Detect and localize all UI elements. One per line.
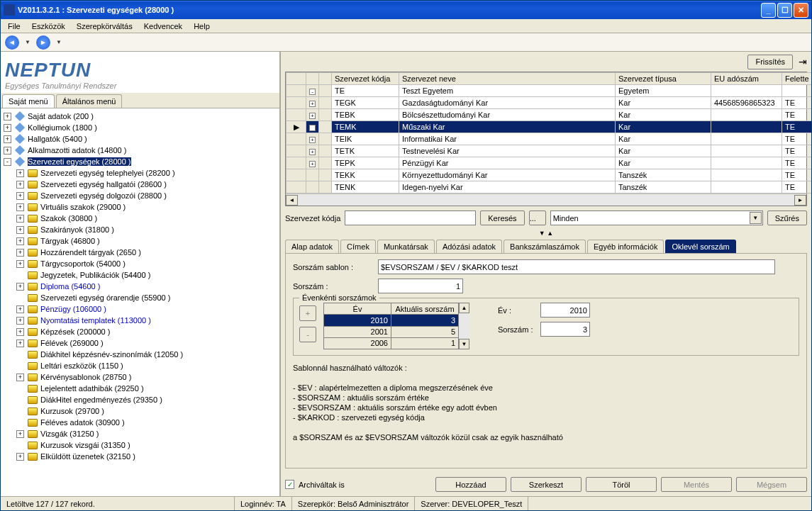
year-row[interactable]: 20015: [324, 326, 459, 337]
tree-item[interactable]: +Szervezeti egység dolgozói (28800 ): [2, 190, 278, 201]
expand-icon[interactable]: -: [4, 158, 11, 166]
table-row[interactable]: +TEBKBölcsészettudományi KarKarTE: [287, 109, 812, 121]
tab-general-menu[interactable]: Általános menü: [56, 94, 123, 108]
scroll-down-icon[interactable]: ▼: [459, 339, 469, 349]
search-code-input[interactable]: [345, 210, 476, 225]
pin-icon[interactable]: ⇥: [799, 56, 807, 67]
year-row[interactable]: 20103: [324, 315, 459, 326]
year-grid-scroll[interactable]: ▲ ▼: [459, 303, 469, 349]
nav-back-button[interactable]: ◄: [5, 35, 19, 50]
add-button[interactable]: Hozzáad: [435, 477, 506, 492]
detail-tab[interactable]: Oklevél sorszám: [665, 240, 735, 253]
table-row[interactable]: +TEGKGazdaságtudományi KarKar44568596865…: [287, 97, 812, 109]
menu-help[interactable]: Help: [188, 21, 216, 32]
tree-item[interactable]: +Kollégiumok (1800 ): [2, 122, 278, 133]
tree-item[interactable]: +Szervezeti egység hallgatói (28600 ): [2, 179, 278, 190]
scroll-up-icon[interactable]: ▲: [459, 303, 469, 313]
expand-icon[interactable]: +: [16, 226, 24, 234]
tree-item[interactable]: Kurzusok vizsgái (31350 ): [2, 439, 278, 451]
tree-item[interactable]: +Virtuális szakok (29000 ): [2, 201, 278, 213]
minimize-button[interactable]: _: [761, 3, 776, 18]
expand-icon[interactable]: +: [16, 181, 24, 189]
tree-item[interactable]: +Diploma (54600 ): [2, 281, 278, 292]
tree-item[interactable]: Kurzusok (29700 ): [2, 405, 278, 417]
table-row[interactable]: -TETeszt EgyetemEgyetem: [287, 85, 812, 97]
close-button[interactable]: ✕: [794, 3, 808, 18]
tree-item[interactable]: +Félévek (269000 ): [2, 337, 278, 349]
table-row[interactable]: ▶+TEMKMűszaki KarKarTE: [287, 121, 812, 133]
maximize-button[interactable]: ☐: [777, 3, 792, 18]
search-button[interactable]: Keresés: [480, 210, 524, 225]
tree-item[interactable]: +Alkalmazotti adatok (14800 ): [2, 145, 278, 156]
save-button[interactable]: Mentés: [661, 477, 732, 492]
detail-tab[interactable]: Címek: [340, 240, 376, 253]
sorszam-input[interactable]: [378, 279, 463, 293]
detail-tab[interactable]: Alap adatok: [285, 240, 339, 253]
menu-fav[interactable]: Kedvencek: [138, 21, 188, 32]
expand-icon[interactable]: +: [16, 453, 24, 461]
table-row[interactable]: +TETKTestnevelési KarKarTE: [287, 145, 812, 157]
tree-item[interactable]: Lejelentett adathibák (29250 ): [2, 383, 278, 394]
expand-icon[interactable]: +: [16, 305, 24, 313]
tree-item[interactable]: +Elküldött üzenetek (32150 ): [2, 451, 278, 462]
expand-icon[interactable]: +: [4, 113, 11, 120]
tree-item[interactable]: -Szervezeti egységek (28000 ): [2, 156, 278, 167]
menu-role[interactable]: Szerepkörváltás: [71, 21, 138, 32]
year-grid[interactable]: ÉvAktuális sorszám201032001520061: [323, 303, 459, 349]
grid-header[interactable]: Felette: [782, 73, 812, 85]
tree-item[interactable]: Jegyzetek, Publikációk (54400 ): [2, 269, 278, 281]
detail-tab[interactable]: Egyéb információk: [587, 240, 664, 253]
nav-forward-button[interactable]: ►: [36, 35, 50, 50]
menu-file[interactable]: File: [2, 21, 26, 32]
delete-button[interactable]: Töröl: [586, 477, 657, 492]
search-browse-button[interactable]: ...: [529, 210, 546, 225]
expand-icon[interactable]: +: [4, 135, 11, 143]
expand-icon[interactable]: +: [4, 147, 11, 155]
sorszam2-input[interactable]: [540, 322, 590, 337]
ev-input[interactable]: [540, 303, 590, 318]
expand-icon[interactable]: +: [4, 124, 11, 132]
grid-header[interactable]: EU adószám: [711, 73, 782, 85]
expand-icon[interactable]: +: [16, 249, 24, 257]
tree-item[interactable]: Szervezeti egység órarendje (55900 ): [2, 292, 278, 303]
sablon-input[interactable]: [378, 259, 775, 274]
expand-icon[interactable]: +: [16, 317, 24, 325]
archived-checkbox[interactable]: ✓: [285, 480, 294, 489]
menu-tools[interactable]: Eszközök: [26, 21, 71, 32]
year-remove-button[interactable]: -: [299, 327, 316, 342]
expand-icon[interactable]: +: [16, 192, 24, 200]
detail-tab[interactable]: Munkatársak: [377, 240, 435, 253]
expand-icon[interactable]: +: [16, 339, 24, 347]
grid-header[interactable]: Szervezet kódja: [332, 73, 399, 85]
tree-item[interactable]: +Szakirányok (31800 ): [2, 224, 278, 235]
tab-own-menu[interactable]: Saját menü: [2, 94, 55, 108]
filter-combo[interactable]: Minden ▼: [550, 210, 763, 225]
nav-fwd-dropdown-icon[interactable]: ▼: [56, 39, 62, 45]
tree-item[interactable]: Diákhitel képzésnév-szinonímák (12050 ): [2, 349, 278, 360]
filter-button[interactable]: Szűrés: [767, 210, 807, 225]
tree-item[interactable]: +Kérvénysablonok (28750 ): [2, 371, 278, 383]
grid-header[interactable]: Szervezet neve: [399, 73, 616, 85]
expand-icon[interactable]: +: [16, 169, 24, 177]
tree-item[interactable]: +Pénzügy (106000 ): [2, 303, 278, 315]
grid-hscroll[interactable]: ◄ ►: [286, 193, 806, 206]
tree-item[interactable]: Féléves adatok (30900 ): [2, 417, 278, 428]
expand-icon[interactable]: +: [16, 328, 24, 336]
expand-icon[interactable]: +: [16, 215, 24, 223]
tree-item[interactable]: +Tárgyak (46800 ): [2, 235, 278, 247]
expand-icon[interactable]: +: [16, 430, 24, 438]
tree-item[interactable]: +Nyomtatási templatek (113000 ): [2, 315, 278, 326]
tree-item[interactable]: DiákHitel engedményezés (29350 ): [2, 394, 278, 405]
table-row[interactable]: +TEPKPénzügyi KarKarTE: [287, 157, 812, 169]
edit-button[interactable]: Szerkeszt: [511, 477, 582, 492]
tree-item[interactable]: +Vizsgák (31250 ): [2, 428, 278, 439]
tree-item[interactable]: Leltári eszközök (1150 ): [2, 360, 278, 371]
expand-icon[interactable]: +: [16, 283, 24, 291]
table-row[interactable]: TEKKKörnyezettudományi KarTanszékTE: [287, 169, 812, 181]
tree-item[interactable]: +Szakok (30800 ): [2, 213, 278, 224]
year-add-button[interactable]: +: [299, 305, 316, 321]
tree-item[interactable]: +Saját adatok (200 ): [2, 111, 278, 122]
expand-icon[interactable]: +: [16, 260, 24, 268]
expand-icon[interactable]: +: [16, 203, 24, 211]
scroll-left-icon[interactable]: ◄: [286, 195, 298, 206]
